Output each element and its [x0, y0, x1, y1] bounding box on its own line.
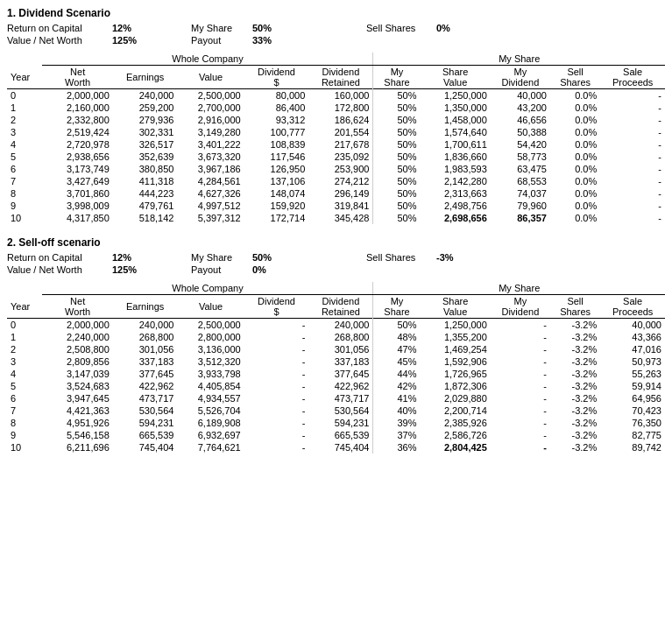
table-cell: 0.0% [550, 175, 600, 187]
table-cell: -3.2% [550, 380, 600, 392]
t2-h-myshare: MyShare [373, 295, 421, 319]
table-cell: 1,469,254 [421, 343, 491, 355]
table-row: 22,332,800279,9362,916,00093,312186,6245… [7, 114, 665, 126]
table-cell: 240,000 [308, 319, 373, 332]
table-cell: 2 [7, 343, 42, 355]
table-cell: 41% [373, 392, 421, 404]
table-cell: 6,211,696 [42, 441, 112, 454]
table-cell: 1 [7, 102, 42, 114]
section2: 2. Sell-off scenario Return on Capital 1… [7, 236, 665, 454]
table-cell: 665,539 [308, 429, 373, 441]
table-cell: 2,385,926 [421, 417, 491, 429]
table-cell: 1,726,965 [421, 368, 491, 380]
table-cell: 352,639 [113, 151, 178, 163]
table-cell: 63,475 [491, 163, 550, 175]
table-cell: 8 [7, 417, 42, 429]
t2-h-divs: Dividend$ [244, 295, 309, 319]
table-row: 43,147,039377,6453,933,798-377,64544%1,7… [7, 368, 665, 380]
table-cell: 7 [7, 175, 42, 187]
table-cell: - [600, 212, 665, 224]
table-cell: - [491, 355, 550, 368]
table-cell: 50% [373, 89, 421, 102]
table-row: 74,421,363530,5645,526,704-530,56440%2,2… [7, 404, 665, 417]
table-cell: 55,263 [600, 368, 665, 380]
t1-h-sellshares: SellShares [550, 66, 600, 89]
table-cell: - [600, 138, 665, 151]
table-cell: 0.0% [550, 126, 600, 138]
table-cell: 37% [373, 429, 421, 441]
table-cell: - [244, 331, 309, 343]
table-cell: -3.2% [550, 392, 600, 404]
table-cell: 4,421,363 [42, 404, 112, 417]
table-cell: 337,183 [308, 355, 373, 368]
table-cell: 1,250,000 [421, 319, 491, 332]
table-cell: 43,200 [491, 102, 550, 114]
table-cell: 5,546,158 [42, 429, 112, 441]
table-cell: - [491, 429, 550, 441]
table-cell: 2,000,000 [42, 319, 112, 332]
table-cell: 86,357 [491, 212, 550, 224]
table-cell: 2,500,000 [177, 319, 244, 332]
table-cell: 240,000 [113, 319, 178, 332]
table-cell: 3,524,683 [42, 380, 112, 392]
t2-h-networth: NetWorth [42, 295, 112, 319]
table-cell: - [491, 417, 550, 429]
s2-vnw-value: 125% [112, 264, 156, 275]
table-cell: 1,983,593 [421, 163, 491, 175]
table-cell: 4,405,854 [177, 380, 244, 392]
t1-myshare-header: My Share [373, 53, 665, 66]
table-cell: 3,173,749 [42, 163, 112, 175]
table-cell: 2,586,726 [421, 429, 491, 441]
t1-h-saleproc: SaleProceeds [600, 66, 665, 89]
table-cell: 4,627,326 [177, 187, 244, 200]
table-row: 95,546,158665,5396,932,697-665,53937%2,5… [7, 429, 665, 441]
t2-year-spacer [7, 282, 42, 295]
table-row: 22,508,800301,0563,136,000-301,05647%1,4… [7, 343, 665, 355]
table-cell: - [600, 102, 665, 114]
table-cell: 172,714 [244, 212, 309, 224]
table-cell: 5,397,312 [177, 212, 244, 224]
table-cell: 44% [373, 368, 421, 380]
table-row: 12,240,000268,8002,800,000-268,80048%1,3… [7, 331, 665, 343]
s1-sell-value: 0% [436, 23, 480, 33]
s2-payout-value: 0% [252, 264, 296, 275]
table-cell: 4,317,850 [42, 212, 112, 224]
table-cell: 50% [373, 187, 421, 200]
s1-roc-value: 12% [112, 23, 156, 33]
table-cell: - [491, 441, 550, 454]
t1-h-networth: NetWorth [42, 66, 112, 89]
table-cell: 159,920 [244, 200, 309, 212]
table-cell: 50% [373, 163, 421, 175]
table-cell: 50% [373, 200, 421, 212]
table-cell: 2,508,800 [42, 343, 112, 355]
table-cell: 36% [373, 441, 421, 454]
table-cell: 1,458,000 [421, 114, 491, 126]
table-cell: - [244, 355, 309, 368]
table-row: 42,720,978326,5173,401,222108,839217,678… [7, 138, 665, 151]
table-cell: 345,428 [308, 212, 373, 224]
table-cell: 47% [373, 343, 421, 355]
section2-params-row1: Return on Capital 12% My Share 50% Sell … [7, 252, 665, 263]
table-cell: 59,914 [600, 380, 665, 392]
table-cell: 0.0% [550, 187, 600, 200]
table-cell: - [600, 151, 665, 163]
table-cell: -3.2% [550, 331, 600, 343]
table-row: 83,701,860444,2234,627,326148,074296,149… [7, 187, 665, 200]
table-cell: 530,564 [113, 404, 178, 417]
table-cell: 4,997,512 [177, 200, 244, 212]
table-cell: 2,720,978 [42, 138, 112, 151]
table-cell: - [491, 319, 550, 332]
table-cell: - [600, 126, 665, 138]
table-cell: 3,967,186 [177, 163, 244, 175]
table-cell: 48% [373, 331, 421, 343]
table-cell: 70,423 [600, 404, 665, 417]
table-cell: 3,427,649 [42, 175, 112, 187]
table-cell: 39% [373, 417, 421, 429]
t2-myshare-header: My Share [373, 282, 665, 295]
table-cell: 40,000 [600, 319, 665, 332]
s1-myshare-label: My Share [191, 23, 252, 33]
table-cell: 86,400 [244, 102, 309, 114]
table-cell: 40,000 [491, 89, 550, 102]
table-cell: 47,016 [600, 343, 665, 355]
table-cell: 2 [7, 114, 42, 126]
